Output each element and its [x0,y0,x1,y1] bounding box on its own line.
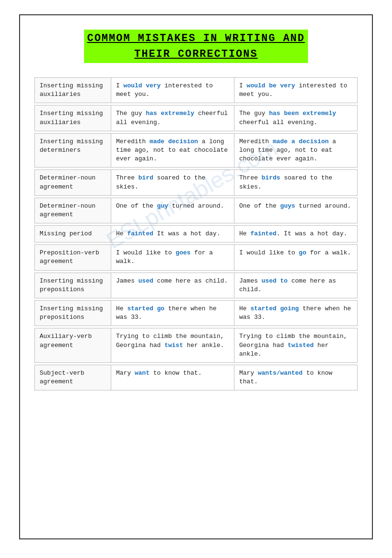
title-line2: THEIR CORRECTIONS [134,48,257,60]
table-row: Missing periodHe fainted It was a hot da… [34,225,358,242]
row-wrong: Three bird soared to the skies. [111,170,234,195]
row-correct: He started going there when he was 33. [234,301,357,326]
row-label: Determiner-noun agreement [35,170,111,195]
row-wrong: Mary want to know that. [111,365,234,390]
row-correct: He fainted. It was a hot day. [234,226,357,242]
table-row: Inserting missing prepositionsHe started… [34,300,358,326]
page-container: COMMOM MISTAKES IN WRITING AND THEIR COR… [19,14,373,539]
row-wrong: Meredith made decision a long time ago, … [111,134,234,168]
row-wrong: He started go there when he was 33. [111,301,234,326]
row-correct: I would be very interested to meet you. [234,78,357,103]
title-line1: COMMOM MISTAKES IN WRITING AND [87,32,305,44]
row-label: Determiner-noun agreement [35,198,111,223]
row-correct: Mary wants/wanted to know that. [234,365,357,390]
row-correct: Three birds soared to the skies. [234,170,357,195]
table-row: Inserting missing auxiliariesI would ver… [34,77,358,103]
table-row: Determiner-noun agreementThree bird soar… [34,169,358,195]
row-wrong: One of the guy turned around. [111,198,234,223]
row-wrong: The guy has extremely cheerful all eveni… [111,105,234,130]
row-label: Inserting missing determiners [35,134,111,168]
row-label: Missing period [35,226,111,242]
row-correct: Trying to climb the mountain, Georgina h… [234,328,357,362]
row-correct: James used to come here as child. [234,273,357,298]
table-row: Subject-verb agreementMary want to know … [34,365,358,390]
title-block: COMMOM MISTAKES IN WRITING AND THEIR COR… [34,30,358,63]
row-correct: One of the guys turned around. [234,198,357,223]
row-correct: The guy has been extremely cheerful all … [234,105,357,130]
row-label: Auxiliary-verb agreement [35,328,111,362]
row-wrong: I would like to goes for a walk. [111,245,234,270]
row-wrong: James used come here as child. [111,273,234,298]
table-row: Inserting missing determinersMeredith ma… [34,133,358,168]
table-row: Preposition-verb agreementI would like t… [34,244,358,270]
row-label: Inserting missing prepositions [35,273,111,298]
table-row: Determiner-noun agreementOne of the guy … [34,198,358,223]
row-wrong: He fainted It was a hot day. [111,226,234,242]
table-row: Inserting missing auxiliariesThe guy has… [34,105,358,131]
row-label: Subject-verb agreement [35,365,111,390]
row-correct: Meredith made a decision a long time ago… [234,134,357,168]
page-title: COMMOM MISTAKES IN WRITING AND THEIR COR… [84,30,307,63]
row-label: Preposition-verb agreement [35,245,111,270]
row-wrong: I would very interested to meet you. [111,78,234,103]
row-label: Inserting missing auxiliaries [35,105,111,130]
row-correct: I would like to go for a walk. [234,245,357,270]
table-row: Auxiliary-verb agreementTrying to climb … [34,328,358,363]
row-wrong: Trying to climb the mountain, Georgina h… [111,328,234,362]
row-label: Inserting missing auxiliaries [35,78,111,103]
mistakes-table: Inserting missing auxiliariesI would ver… [34,77,358,390]
row-label: Inserting missing prepositions [35,301,111,326]
table-row: Inserting missing prepositionsJames used… [34,273,358,298]
